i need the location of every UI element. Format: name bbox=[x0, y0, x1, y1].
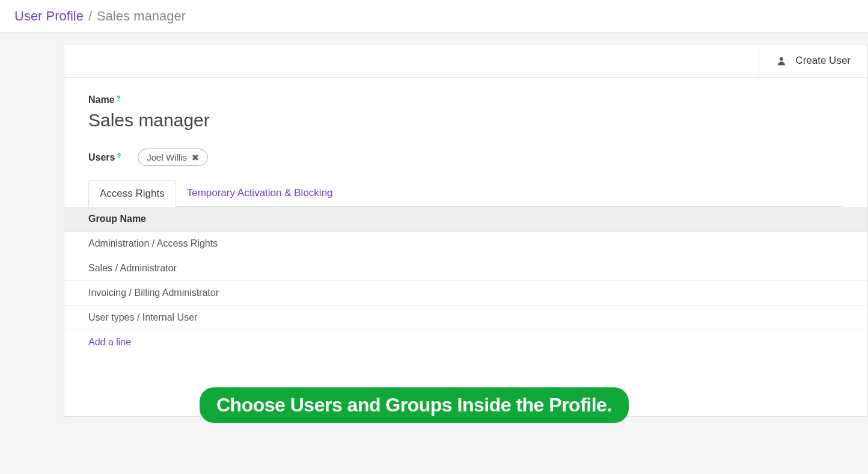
users-label-text: Users bbox=[88, 152, 115, 163]
user-chip[interactable]: Joel Willis ✖ bbox=[138, 149, 208, 166]
user-icon bbox=[776, 55, 787, 66]
table-row[interactable]: Sales / Administrator bbox=[64, 256, 867, 281]
name-value[interactable]: Sales manager bbox=[88, 110, 843, 131]
overlay-banner: Choose Users and Groups Inside the Profi… bbox=[200, 387, 629, 423]
tab-temporary-activation[interactable]: Temporary Activation & Blocking bbox=[176, 180, 344, 206]
help-icon[interactable]: ? bbox=[117, 94, 121, 102]
group-cell: Invoicing / Billing Administrator bbox=[64, 281, 867, 306]
help-icon[interactable]: ? bbox=[117, 152, 121, 159]
users-field: Users ? Joel Willis ✖ bbox=[88, 149, 843, 166]
name-label-text: Name bbox=[88, 94, 115, 105]
breadcrumb: User Profile / Sales manager bbox=[0, 0, 868, 33]
form-body: Name ? Sales manager Users ? Joel Willis… bbox=[64, 78, 867, 207]
table-header-group-name: Group Name bbox=[64, 207, 867, 232]
group-cell: User types / Internal User bbox=[64, 306, 867, 330]
group-cell: Administration / Access Rights bbox=[64, 232, 867, 256]
name-field: Name ? Sales manager bbox=[88, 94, 843, 131]
table-row[interactable]: Invoicing / Billing Administrator bbox=[64, 281, 867, 306]
users-label: Users ? bbox=[88, 152, 121, 163]
groups-table: Group Name Administration / Access Right… bbox=[64, 207, 867, 354]
tab-access-rights[interactable]: Access Rights bbox=[88, 180, 176, 207]
breadcrumb-current: Sales manager bbox=[97, 8, 186, 24]
svg-point-0 bbox=[780, 57, 783, 61]
tabs: Access Rights Temporary Activation & Blo… bbox=[88, 180, 843, 207]
breadcrumb-root-link[interactable]: User Profile bbox=[14, 8, 84, 24]
table-row[interactable]: User types / Internal User bbox=[64, 306, 867, 330]
user-chip-name: Joel Willis bbox=[147, 152, 187, 162]
create-user-label: Create User bbox=[795, 55, 851, 67]
breadcrumb-separator: / bbox=[88, 8, 92, 24]
remove-user-icon[interactable]: ✖ bbox=[192, 153, 199, 162]
add-line-link[interactable]: Add a line bbox=[64, 330, 867, 355]
card-header: Create User bbox=[64, 45, 867, 78]
create-user-button[interactable]: Create User bbox=[759, 45, 867, 77]
group-cell: Sales / Administrator bbox=[64, 256, 867, 281]
table-row[interactable]: Administration / Access Rights bbox=[64, 232, 867, 256]
name-label: Name ? bbox=[88, 94, 120, 105]
profile-card: Create User Name ? Sales manager Users ?… bbox=[64, 44, 868, 417]
